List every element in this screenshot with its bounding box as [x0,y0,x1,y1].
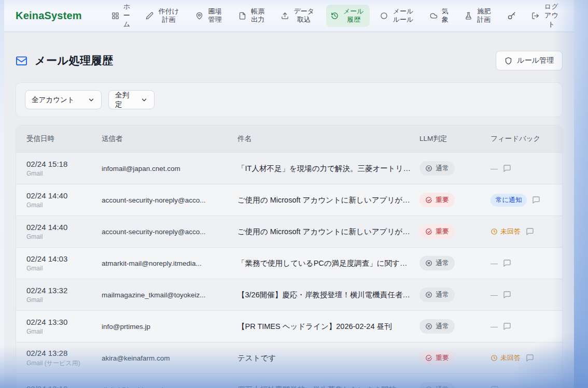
nav-item-label: データ取込 [292,7,315,25]
chevron-down-icon [141,96,148,104]
history-icon [331,12,339,20]
table-header-row: 受信日時 送信者 件名 LLM判定 フィードバック [16,125,562,152]
column-header-llm-judgment: LLM判定 [419,134,491,143]
table-row[interactable]: 02/24 15:18 Gmail infomail@japan.cnet.co… [16,152,562,184]
filter-card: 全アカウント 全判定 [16,82,563,117]
account-filter-select[interactable]: 全アカウント [25,90,102,109]
subject: 四万十福祉専門学校、学生募集しないまま閉校へ 高知県... [237,385,419,388]
comment-icon[interactable] [526,354,534,362]
comment-icon[interactable] [503,164,511,173]
received-datetime: 02/24 12:10 [26,384,102,388]
nav-item-home[interactable]: ホーム [107,0,135,32]
feedback-value: — [491,322,498,330]
main-content: メール処理履歴 ルール管理 全アカウント 全判定 [4,32,574,388]
feedback-value: — [491,164,498,173]
nav-item-api-key[interactable] [502,9,521,23]
nav-item-mail-history[interactable]: メール履歴 [326,5,370,27]
account-label: Gmail (サービス用) [26,359,102,368]
pencil-icon [146,12,153,20]
comment-icon[interactable] [526,227,534,236]
flask-icon [465,12,472,20]
comment-icon[interactable] [503,322,511,330]
circle-x-icon [425,260,432,267]
comment-icon[interactable] [532,196,540,204]
judgment-filter-select[interactable]: 全判定 [108,90,155,109]
table-row[interactable]: 02/24 14:40 Gmail account-security-norep… [16,184,562,215]
table-row[interactable]: 02/24 13:32 Gmail mailmagazine_tkmail@to… [16,279,562,310]
feedback-status: 未回答 [491,227,521,236]
feedback-value: — [491,259,498,267]
llm-judgment-badge: 重要 [419,224,455,239]
column-header-subject: 件名 [237,134,419,143]
llm-judgment-badge: 通常 [419,319,455,334]
column-header-received: 受信日時 [26,134,102,143]
account-label: Gmail [26,296,102,304]
nav-item-data-import[interactable]: データ取込 [276,5,320,27]
page-title: メール処理履歴 [35,53,113,68]
received-datetime: 02/24 14:40 [26,191,102,200]
comment-icon[interactable] [491,385,499,388]
account-label: Gmail [26,233,102,240]
sender: info@prtimes.jp [102,323,237,330]
top-nav: KeinaSystem ホーム 作付け計画 圃場管理 帳票出力 [4,0,574,32]
nav-item-logout[interactable]: ログアウト [527,0,565,32]
nav-item-label: 帳票出力 [250,7,266,25]
llm-judgment-badge: 通常 [419,161,455,176]
comment-icon[interactable] [503,291,511,299]
nav-item-planting-plan[interactable]: 作付け計画 [141,5,185,27]
nav-item-mail-rules[interactable]: メールルール [375,5,419,27]
table-row[interactable]: 02/24 14:40 Gmail account-security-norep… [16,215,562,247]
llm-judgment-badge: 通常 [419,288,455,302]
nav-item-label: 施肥計画 [476,7,492,25]
sender: account-security-noreply@acco... [102,196,237,204]
account-label: Gmail [26,202,102,209]
sender: atmarkit-mail@noreply.itmedia... [102,260,237,267]
comment-icon[interactable] [503,259,511,267]
account-label: Gmail [26,170,102,177]
feedback-status: 未回答 [491,353,521,363]
column-header-feedback: フィードバック [491,134,552,143]
account-label: Gmail [26,265,102,272]
upload-icon [281,12,289,20]
check-circle-icon [425,354,432,362]
circle-icon [380,12,388,20]
circle-x-icon [425,386,432,388]
map-pin-icon [195,12,203,20]
nav-item-report-output[interactable]: 帳票出力 [234,5,271,27]
received-datetime: 02/24 15:18 [26,160,102,168]
llm-judgment-badge: 重要 [419,193,455,207]
circle-x-icon [425,165,432,172]
logout-icon [531,12,539,20]
circle-x-icon [425,323,432,330]
mail-icon [16,55,27,67]
app-logo[interactable]: KeinaSystem [16,10,82,22]
grid-icon [111,12,119,20]
rule-manage-label: ルール管理 [517,56,554,65]
judgment-filter-value: 全判定 [115,91,135,109]
nav-item-label: メールルール [391,7,414,25]
column-header-sender: 送信者 [102,134,237,143]
nav-item-weather[interactable]: 気象 [425,5,454,27]
subject: 「IT人材不足」を現場の力で解決。三菱オートリース・MS＆AD... [237,164,419,174]
screen: KeinaSystem ホーム 作付け計画 圃場管理 帳票出力 [0,0,588,388]
sender: mailmagazine_tkmail@toyokeiz... [102,291,237,299]
table-row[interactable]: 02/24 13:30 Gmail info@prtimes.jp 【PR TI… [16,310,562,342]
received-datetime: 02/24 14:03 [26,254,102,263]
sender: akira@keinafarm.com [102,354,237,362]
feedback-value: — [491,291,498,299]
llm-judgment-badge: 重要 [419,351,455,365]
table-row[interactable]: 02/24 13:28 Gmail (サービス用) akira@keinafar… [16,342,562,373]
received-datetime: 02/24 13:32 [26,286,102,295]
table-row[interactable]: 02/24 14:03 Gmail atmarkit-mail@noreply.… [16,247,562,279]
subject: 【PR TIMES ヘッドライン】2026-02-24 昼刊 [237,322,419,332]
nav-item-field-management[interactable]: 圃場管理 [191,5,228,27]
clock-icon [491,228,498,235]
sender: infomail@japan.cnet.com [102,165,237,173]
nav-item-fertilization-plan[interactable]: 施肥計画 [460,5,497,27]
rule-manage-button[interactable]: ルール管理 [496,51,563,70]
subject: 「業務で使用しているPCの満足度調査」に関するアンケート ≪... [237,258,419,268]
subject: ご使用の Microsoft アカウントに新しいアプリが接続されました [237,195,419,205]
account-filter-value: 全アカウント [32,95,75,105]
table-row[interactable]: 02/24 12:10 digital@kochinews.jp 四万十福祉専門… [16,373,562,388]
check-circle-icon [425,196,432,204]
